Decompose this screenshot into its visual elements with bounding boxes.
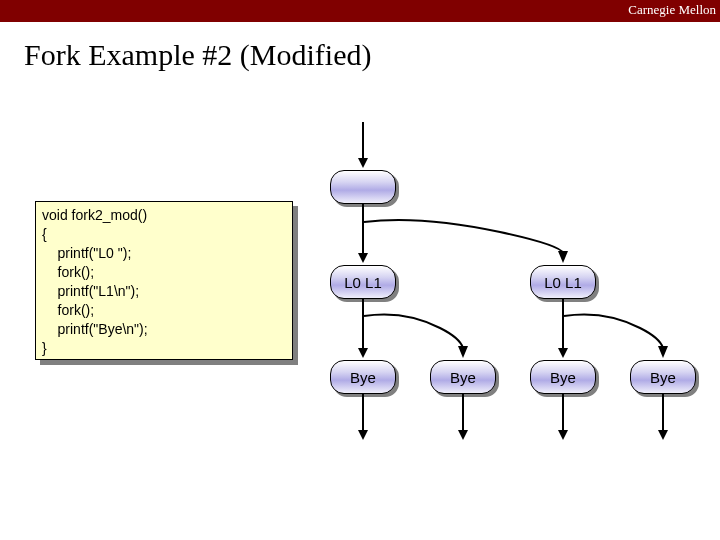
fork-connector [0,0,720,540]
svg-marker-1 [458,346,468,358]
svg-marker-2 [658,346,668,358]
svg-marker-0 [558,251,568,263]
